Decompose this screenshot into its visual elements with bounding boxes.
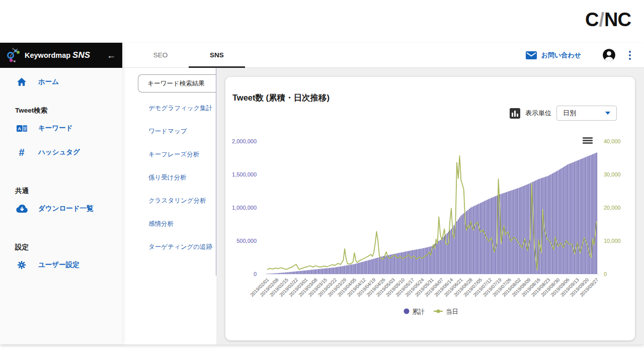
sidebar: Keywordmap SNS ← ホームTweet検索A字キーワード#ハッシュタ… [0,43,122,344]
sidebar-section-header: 設定 [0,243,122,252]
sidebar-section-header: 共通 [0,187,122,196]
sidebar-item-label: ユーザー設定 [38,260,79,269]
submenu-item[interactable]: クラスタリング分析 [122,189,216,212]
svg-text:40,000: 40,000 [604,138,621,144]
svg-text:30,000: 30,000 [604,171,621,177]
account-button[interactable] [602,48,616,62]
home-icon [15,77,28,86]
kebab-menu-icon[interactable] [627,49,633,62]
cinc-letter: C [585,9,598,30]
submenu-item[interactable]: 感情分析 [122,212,216,235]
tweet-chart[interactable]: 0500,0001,000,0001,500,0002,000,000010,0… [225,77,635,340]
svg-text:字: 字 [23,126,27,131]
svg-text:2,000,000: 2,000,000 [232,138,257,144]
svg-text:1,000,000: 1,000,000 [232,205,257,211]
svg-text:500,000: 500,000 [236,238,257,244]
svg-text:0: 0 [604,271,607,277]
cloud-download-icon [15,204,28,213]
page: C/NC Keywor [0,0,644,362]
sidebar-logo-band: Keywordmap SNS ← [0,43,122,68]
cinc-logo: C/NC [585,9,631,31]
sidebar-item-label: ホーム [38,77,59,86]
sidebar-item-label: キーワード [38,124,72,133]
tab-sns[interactable]: SNS [189,43,245,67]
content-area: SEOSNS お問い合わせ [122,43,644,344]
sidebar-item-label: ハッシュタグ [38,148,80,157]
tab-bar: SEOSNS [132,43,245,67]
submenu-item[interactable]: キーフレーズ分析 [122,143,216,166]
contact-label: お問い合わせ [541,51,581,60]
tab-seo[interactable]: SEO [132,43,189,67]
topbar-right: お問い合わせ [526,43,644,67]
cinc-letter: N [604,9,617,30]
translate-icon: A字 [15,125,28,132]
sidebar-item-cloud-download[interactable]: ダウンロード一覧 [0,198,122,220]
svg-text:累計: 累計 [412,308,425,315]
sidebar-item-gear[interactable]: ユーザー設定 [0,254,122,276]
svg-text:1,500,000: 1,500,000 [232,171,257,177]
sidebar-item-hashtag[interactable]: #ハッシュタグ [0,141,122,163]
svg-text:0: 0 [254,271,257,277]
submenu-item[interactable]: キーワード検索結果 [138,74,216,93]
main-panel: Tweet数 (累積・日次推移) 表示単位 日別 0500,0001,000,0… [216,68,644,344]
chart-card: Tweet数 (累積・日次推移) 表示単位 日別 0500,0001,000,0… [225,77,635,340]
sidebar-nav: ホームTweet検索A字キーワード#ハッシュタグ共通ダウンロード一覧設定ユーザー… [0,71,122,276]
submenu-item[interactable]: ターゲティングの追跡 [122,235,216,258]
sidebar-item-translate[interactable]: A字キーワード [0,117,122,139]
keywordmap-logo-text: Keywordmap [25,51,70,59]
app-window: Keywordmap SNS ← ホームTweet検索A字キーワード#ハッシュタ… [0,43,644,344]
svg-text:10,000: 10,000 [604,238,621,244]
submenu-item[interactable]: 係り受け分析 [122,166,216,189]
sidebar-section-header: Tweet検索 [0,106,122,115]
cinc-letter: C [618,9,631,30]
sidebar-collapse-arrow[interactable]: ← [107,50,116,61]
submenu-item[interactable]: デモグラフィック集計 [122,97,216,120]
topbar: SEOSNS お問い合わせ [122,43,644,68]
svg-text:A: A [18,126,21,131]
sidebar-item-home[interactable]: ホーム [0,71,122,93]
svg-text:当日: 当日 [446,308,458,315]
envelope-icon [526,51,537,59]
hashtag-icon: # [15,147,28,158]
cinc-slash: / [599,9,604,30]
submenu-item[interactable]: ワードマップ [122,120,216,143]
sidebar-item-label: ダウンロード一覧 [38,204,94,213]
svg-text:20,000: 20,000 [604,205,621,211]
keywordmap-logo-sns: SNS [72,50,90,60]
body-row: キーワード検索結果デモグラフィック集計ワードマップキーフレーズ分析係り受け分析ク… [122,68,644,344]
keywordmap-logo-icon [6,47,21,64]
gear-icon [15,260,28,270]
avatar-icon [602,48,616,62]
contact-button[interactable]: お問い合わせ [526,51,581,60]
analysis-submenu: キーワード検索結果デモグラフィック集計ワードマップキーフレーズ分析係り受け分析ク… [122,68,216,344]
